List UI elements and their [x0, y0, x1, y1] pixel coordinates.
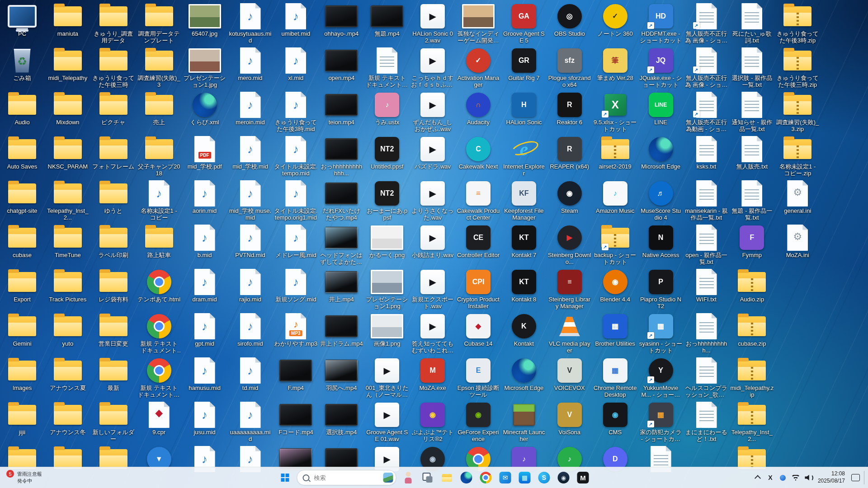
desktop-icon[interactable]: ◎OBS Studio: [548, 4, 591, 37]
desktop-icon[interactable]: yuto: [46, 314, 90, 347]
desktop-icon[interactable]: きゅうり食ってた午後3時.mid: [274, 92, 317, 133]
x-app-icon[interactable]: [764, 471, 776, 484]
desktop-icon[interactable]: 路上駐車: [137, 225, 181, 258]
desktop-icon[interactable]: jijii: [0, 402, 44, 436]
desktop-icon[interactable]: GRGuitar Rig 7: [502, 48, 546, 81]
desktop-icon[interactable]: MMoZA.exe: [411, 358, 454, 391]
hidden-icons-chevron-icon[interactable]: [752, 471, 764, 484]
desktop-icon[interactable]: HALion Sonic 02.wav: [411, 4, 454, 44]
desktop-icon[interactable]: RREAPER (x64): [548, 136, 591, 170]
desktop-icon[interactable]: sfzPlogue sforzando x64: [548, 48, 591, 89]
desktop-icon[interactable]: 井上ドラム.mp4: [320, 314, 363, 347]
desktop-icon[interactable]: レジ袋有料: [92, 269, 135, 303]
desktop-icon[interactable]: cubase.zip: [730, 314, 774, 347]
desktop-icon[interactable]: ◆Cubase 14: [457, 314, 500, 347]
desktop-icon[interactable]: ksks.txt: [685, 136, 728, 170]
desktop-icon[interactable]: まにまにわーるど！.txt: [685, 402, 728, 443]
desktop-icon[interactable]: 無人販売不正行為 画像 - ショートカット: [685, 48, 728, 89]
desktop-icon[interactable]: RReaktor 6: [548, 92, 591, 126]
desktop-icon[interactable]: teion.mp4: [320, 92, 363, 126]
desktop-icon[interactable]: MoZA.ini: [776, 225, 819, 258]
notification-center-icon[interactable]: [849, 471, 861, 484]
desktop-icon[interactable]: 通知らせ - 親作品一覧.txt: [730, 92, 774, 133]
desktop-icon[interactable]: ≡Cakewalk Product Center: [457, 181, 500, 221]
desktop-icon[interactable]: きゅうり食ってた午後三時: [92, 48, 135, 89]
desktop-icon[interactable]: NT2おーまーにあ.ppsf: [365, 181, 409, 221]
desktop-icon[interactable]: ♪Amazon Music: [594, 181, 637, 214]
desktop-icon[interactable]: 父子キャンプ2018: [137, 136, 181, 177]
desktop-icon[interactable]: アナウンス夏: [46, 358, 90, 391]
desktop-icon[interactable]: 無人販売.txt: [730, 136, 774, 170]
mail-icon[interactable]: [498, 470, 513, 485]
desktop-icon[interactable]: WIFI.txt: [685, 269, 728, 303]
desktop-icon[interactable]: Internet Explorer: [502, 136, 546, 177]
desktop-icon[interactable]: backup - ショートカット: [594, 225, 637, 266]
desktop-icon[interactable]: 調査練習(失敗)_3: [137, 48, 181, 89]
desktop-icon[interactable]: ▦家の防犯カメラ - ショートカット: [639, 402, 683, 443]
desktop-icon[interactable]: 筆筆まめ Ver.28: [594, 48, 637, 81]
microsoft-edge-icon[interactable]: [459, 470, 474, 485]
desktop-icon[interactable]: 無人販売不正行為動画 - ショートカット: [685, 92, 728, 133]
desktop-icon[interactable]: GAGroove Agent SE 5: [502, 4, 546, 44]
desktop-icon[interactable]: ∩Audacity: [457, 92, 500, 126]
desktop-icon[interactable]: ▦syasinn - ショートカット: [639, 314, 683, 354]
microsoft-store-icon[interactable]: [517, 470, 533, 485]
desktop-icon[interactable]: EEpson 接続診断ツール: [457, 358, 500, 399]
desktop-icon[interactable]: mid_学校 muse.mid: [229, 181, 272, 221]
show-desktop-button[interactable]: [864, 471, 866, 484]
desktop-icon[interactable]: ゆうと: [92, 181, 135, 214]
desktop-icon[interactable]: mero.mid: [229, 48, 272, 81]
desktop-icon[interactable]: midi_Telepathy.zip: [730, 358, 774, 399]
desktop-icon[interactable]: 名称未設定1 - コピー: [137, 181, 181, 221]
desktop-icon[interactable]: 小銭詰まり.wav: [411, 225, 454, 258]
desktop-icon[interactable]: VLC media player: [548, 314, 591, 354]
desktop-icon[interactable]: KKontakt: [502, 314, 546, 347]
desktop-icon[interactable]: VVOICEVOX: [548, 358, 591, 391]
desktop-icon[interactable]: きゅうり_調査用データ: [92, 4, 135, 44]
desktop-icon[interactable]: Microsoft Edge: [502, 358, 546, 391]
desktop-icon[interactable]: td.mid: [229, 358, 272, 391]
desktop-icon[interactable]: KFKeepforest File Manager: [502, 181, 546, 221]
desktop-icon[interactable]: ◉Blender 4.4: [594, 269, 637, 303]
search-box[interactable]: [297, 470, 396, 485]
desktop-icon[interactable]: ♪わかりやす.mp3: [274, 314, 317, 347]
desktop-icon[interactable]: b.mid: [183, 225, 226, 258]
desktop-icon[interactable]: CPICrypton Product Installer: [457, 269, 500, 310]
desktop-icon[interactable]: PPiapro Studio NT2: [639, 269, 683, 310]
desktop-icon[interactable]: open.mp4: [320, 48, 363, 81]
desktop-icon[interactable]: Mixdown: [46, 92, 90, 126]
desktop-icon[interactable]: NNative Access: [639, 225, 683, 258]
desktop-icon[interactable]: Fコード.mp4: [274, 402, 317, 436]
desktop-icon[interactable]: ヘッドフォンはずしてよかた.mp4: [320, 225, 363, 266]
desktop-icon[interactable]: xl.mid: [274, 48, 317, 81]
desktop-icon[interactable]: ◉ぷよぷよ™テトリス®2: [411, 402, 454, 443]
desktop-icon[interactable]: 名称未設定1 - コピー.zip: [776, 136, 819, 177]
desktop-icon[interactable]: CEController Editor: [457, 225, 500, 258]
desktop-icon[interactable]: midi_Telepathy: [46, 48, 90, 81]
desktop-icon[interactable]: Minecraft Launcher: [502, 402, 546, 443]
desktop-icon[interactable]: JQJQuake.exe - ショートカット: [639, 48, 683, 89]
mascot-icon[interactable]: [401, 470, 416, 485]
desktop-icon[interactable]: 死にたい_ゅ歌詞.txt: [730, 4, 774, 44]
desktop-icon[interactable]: 新規ソング.mid: [274, 269, 317, 303]
desktop-icon[interactable]: ヘルスコンプラッション_歌詞.txt: [685, 358, 728, 399]
desktop-icon[interactable]: きゅうり食ってた午後三時.zip: [776, 48, 819, 89]
desktop-icon[interactable]: Microsoft Edge: [639, 136, 683, 170]
desktop-icon[interactable]: ≡Steinberg Library Manager: [548, 269, 591, 310]
search-input[interactable]: [313, 474, 380, 482]
desktop-icon[interactable]: Track Pictures: [46, 269, 90, 303]
desktop-icon[interactable]: ◆9.cpr: [137, 402, 181, 436]
desktop-icon[interactable]: ◉Steam: [548, 181, 591, 214]
desktop-icon[interactable]: PC: [0, 4, 44, 37]
desktop-icon[interactable]: maniuta: [46, 4, 90, 37]
desktop-icon[interactable]: ラベル印刷: [92, 225, 135, 258]
desktop-icon[interactable]: ▶Steinberg Downlo...: [548, 225, 591, 266]
desktop-icon[interactable]: 井上.mp4: [320, 269, 363, 303]
desktop-icon[interactable]: よりうさくなった.wav: [411, 181, 454, 221]
desktop-icon[interactable]: 羽尻へ.mp4: [320, 358, 363, 391]
desktop-icon[interactable]: ♬MuseScore Studio 4: [639, 181, 683, 221]
desktop-icon[interactable]: CCakewalk Next: [457, 136, 500, 170]
desktop-icon[interactable]: LINE: [639, 92, 683, 126]
desktop-icon[interactable]: だれFXいたけたやつ.mp4: [320, 181, 363, 221]
desktop-icon[interactable]: 新規 テキスト ドキュメント (2).html: [137, 314, 181, 354]
